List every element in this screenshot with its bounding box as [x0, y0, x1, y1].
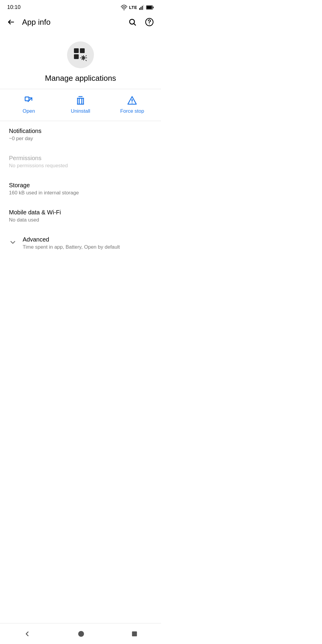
svg-rect-13 [74, 54, 79, 59]
action-row: Open Uninstall Force stop [0, 89, 161, 121]
svg-rect-16 [25, 97, 29, 101]
svg-rect-22 [81, 98, 82, 105]
svg-rect-21 [79, 98, 80, 105]
uninstall-icon [75, 96, 86, 106]
storage-content: Storage 160 kB used in internal storage [9, 182, 152, 196]
svg-rect-4 [143, 5, 144, 10]
notifications-item[interactable]: Notifications ~0 per day [0, 121, 161, 148]
open-label: Open [23, 108, 35, 114]
top-bar-right [127, 16, 155, 28]
permissions-title: Permissions [9, 155, 152, 162]
mobile-data-item[interactable]: Mobile data & Wi-Fi No data used [0, 202, 161, 230]
permissions-item[interactable]: Permissions No permissions requested [0, 148, 161, 175]
svg-rect-7 [147, 6, 152, 9]
svg-rect-2 [140, 7, 141, 10]
svg-point-15 [83, 57, 85, 59]
mobile-data-content: Mobile data & Wi-Fi No data used [9, 209, 152, 223]
status-bar: 10:10 LTE [0, 0, 161, 13]
settings-list: Notifications ~0 per day Permissions No … [0, 121, 161, 257]
force-stop-label: Force stop [120, 108, 144, 114]
storage-title: Storage [9, 182, 152, 189]
status-icons: LTE [121, 5, 154, 10]
uninstall-label: Uninstall [71, 108, 90, 114]
svg-rect-12 [80, 48, 85, 53]
mobile-data-title: Mobile data & Wi-Fi [9, 209, 152, 216]
battery-icon [146, 5, 154, 10]
mobile-data-subtitle: No data used [9, 217, 152, 223]
svg-rect-3 [142, 6, 143, 10]
permissions-subtitle: No permissions requested [9, 163, 152, 169]
svg-point-0 [123, 9, 125, 10]
spacer [0, 257, 161, 281]
app-icon-svg [73, 47, 88, 63]
top-bar-left: App info [6, 17, 50, 27]
advanced-subtitle: Time spent in app, Battery, Open by defa… [23, 244, 152, 250]
force-stop-button[interactable]: Force stop [106, 96, 158, 114]
svg-point-23 [132, 102, 133, 103]
open-button[interactable]: Open [3, 96, 55, 114]
status-time: 10:10 [7, 4, 21, 10]
app-icon-section: Manage applications [0, 32, 161, 89]
svg-rect-19 [77, 98, 84, 99]
advanced-content: Advanced Time spent in app, Battery, Ope… [23, 236, 152, 250]
svg-rect-6 [153, 7, 154, 8]
help-button[interactable] [144, 16, 155, 28]
force-stop-icon [127, 96, 137, 106]
chevron-down-icon [9, 239, 17, 248]
lte-icon: LTE [129, 5, 137, 10]
advanced-item[interactable]: Advanced Time spent in app, Battery, Ope… [0, 230, 161, 257]
notifications-content: Notifications ~0 per day [9, 128, 152, 142]
svg-point-10 [149, 24, 150, 24]
svg-rect-11 [74, 48, 79, 53]
advanced-title: Advanced [23, 236, 152, 243]
uninstall-button[interactable]: Uninstall [55, 96, 106, 114]
app-name: Manage applications [45, 74, 116, 83]
storage-item[interactable]: Storage 160 kB used in internal storage [0, 175, 161, 202]
back-button[interactable] [6, 17, 16, 27]
page-title: App info [22, 18, 50, 27]
svg-rect-20 [77, 104, 84, 105]
svg-rect-17 [77, 98, 78, 105]
search-button[interactable] [127, 17, 138, 27]
open-icon [24, 96, 34, 106]
svg-rect-1 [139, 8, 140, 10]
permissions-content: Permissions No permissions requested [9, 155, 152, 169]
svg-rect-18 [83, 98, 84, 105]
top-bar: App info [0, 13, 161, 32]
wifi-icon [121, 5, 127, 10]
notifications-title: Notifications [9, 128, 152, 134]
app-icon [67, 41, 94, 68]
storage-subtitle: 160 kB used in internal storage [9, 190, 152, 196]
notifications-subtitle: ~0 per day [9, 136, 152, 142]
signal-icon [139, 5, 144, 10]
